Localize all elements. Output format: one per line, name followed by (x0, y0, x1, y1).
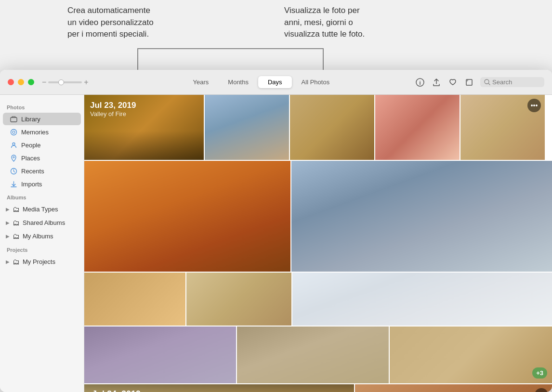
imports-label: Imports (21, 181, 42, 188)
projects-section-label: Projects (0, 243, 84, 255)
close-button[interactable] (8, 79, 14, 85)
people-icon (10, 141, 17, 149)
photo-cell[interactable]: +3 (390, 327, 552, 383)
shared-albums-label: Shared Albums (23, 219, 65, 226)
tooltip-area: Crea automaticamenteun video personalizz… (0, 0, 552, 70)
photo-cell[interactable]: Jul 24, 2019 (84, 384, 354, 392)
search-input[interactable] (492, 78, 540, 86)
sidebar-item-places[interactable]: Places (3, 152, 81, 164)
tooltip-line2 (323, 48, 324, 71)
day2-date: Jul 24, 2019 (92, 389, 141, 392)
svg-line-4 (488, 83, 490, 85)
zoom-thumb (58, 79, 64, 85)
minimize-button[interactable] (18, 79, 24, 85)
my-albums-chevron: ▶ (6, 234, 10, 239)
places-icon (10, 154, 17, 162)
day2-row1: Jul 24, 2019 ••• (84, 384, 552, 392)
library-icon (10, 115, 17, 123)
sidebar-item-my-albums[interactable]: ▶ 🗂 My Albums (1, 230, 83, 243)
view-tabs: Years Months Days All Photos (108, 76, 415, 88)
imports-icon (10, 180, 17, 188)
media-types-label: Media Types (23, 206, 58, 213)
count-badge: +3 (532, 367, 547, 379)
day1-row4: +3 (84, 327, 552, 383)
svg-point-6 (11, 129, 16, 135)
day1-row2 (84, 161, 552, 272)
photo-cell[interactable] (205, 95, 289, 160)
svg-point-8 (13, 143, 15, 145)
day1-location: Valley of Fire (90, 110, 198, 118)
tooltip-line (137, 48, 138, 71)
people-label: People (21, 142, 40, 149)
toolbar-actions: i (415, 77, 544, 88)
photo-cell[interactable] (186, 273, 291, 326)
sidebar-item-imports[interactable]: Imports (3, 178, 81, 190)
shared-albums-chevron: ▶ (6, 220, 10, 225)
sidebar-item-people[interactable]: People (3, 139, 81, 151)
share-icon[interactable] (431, 77, 442, 88)
sidebar-item-media-types[interactable]: ▶ 🗂 Media Types (1, 203, 83, 216)
recents-icon (10, 167, 17, 175)
photo-cell[interactable]: Jul 23, 2019 Valley of Fire (84, 95, 204, 160)
sidebar-item-my-projects[interactable]: ▶ 🗂 My Projects (1, 255, 83, 268)
sidebar-item-memories[interactable]: Memories (3, 126, 81, 138)
svg-point-3 (485, 79, 489, 84)
sidebar-item-shared-albums[interactable]: ▶ 🗂 Shared Albums (1, 216, 83, 229)
zoom-in-button[interactable]: + (84, 78, 88, 86)
titlebar: − + Years Months Days All Photos i (0, 70, 552, 95)
search-icon (484, 79, 490, 85)
photo-grid: Jul 23, 2019 Valley of Fire (84, 95, 552, 392)
albums-section-label: Albums (0, 191, 84, 202)
my-albums-folder-icon: 🗂 (13, 232, 20, 240)
day1-row1: Jul 23, 2019 Valley of Fire (84, 95, 552, 160)
svg-point-7 (13, 131, 15, 133)
tab-all-photos[interactable]: All Photos (292, 76, 340, 88)
zoom-slider[interactable] (48, 81, 82, 83)
maximize-button[interactable] (28, 79, 34, 85)
photo-cell[interactable] (291, 161, 552, 272)
zoom-control: − + (42, 78, 89, 86)
my-projects-label: My Projects (23, 258, 55, 265)
info-icon[interactable]: i (415, 77, 425, 88)
tooltip-right: Visualizza le foto peranni, mesi, giorni… (231, 5, 462, 40)
day1-row3 (84, 273, 552, 326)
places-label: Places (21, 155, 40, 162)
my-projects-chevron: ▶ (6, 259, 10, 264)
crop-icon[interactable] (464, 77, 474, 88)
media-types-chevron: ▶ (6, 207, 10, 212)
tooltip-bracket (137, 48, 324, 49)
photo-cell[interactable] (237, 327, 389, 383)
svg-point-9 (13, 157, 14, 158)
heart-icon[interactable] (447, 77, 458, 88)
photos-section-label: Photos (0, 101, 84, 112)
zoom-out-button[interactable]: − (42, 78, 46, 86)
photo-cell[interactable] (84, 327, 236, 383)
my-albums-label: My Albums (23, 233, 53, 240)
photo-cell[interactable] (290, 95, 374, 160)
media-types-folder-icon: 🗂 (13, 205, 20, 213)
tab-days[interactable]: Days (258, 76, 292, 88)
date-overlay: Jul 23, 2019 Valley of Fire (84, 95, 204, 160)
photo-cell (292, 273, 552, 326)
day1-date: Jul 23, 2019 (90, 101, 198, 110)
photo-cell[interactable] (84, 161, 290, 272)
search-box (480, 77, 544, 87)
svg-rect-2 (466, 79, 472, 85)
sidebar: Photos Library Memories (0, 95, 84, 392)
memories-label: Memories (21, 129, 49, 136)
photo-cell[interactable]: ••• (460, 95, 545, 160)
memories-icon (10, 128, 17, 136)
traffic-lights (8, 79, 34, 85)
tab-years[interactable]: Years (184, 76, 219, 88)
photo-cell[interactable] (375, 95, 460, 160)
recents-label: Recents (21, 168, 44, 175)
tab-months[interactable]: Months (218, 76, 258, 88)
content-area: Photos Library Memories (0, 95, 552, 392)
sidebar-item-recents[interactable]: Recents (3, 165, 81, 177)
photo-cell[interactable] (84, 273, 185, 326)
my-projects-folder-icon: 🗂 (13, 258, 20, 266)
svg-rect-5 (11, 118, 17, 122)
more-button[interactable]: ••• (527, 99, 541, 112)
sidebar-item-library[interactable]: Library (3, 113, 81, 125)
photo-cell[interactable]: ••• (355, 384, 552, 392)
